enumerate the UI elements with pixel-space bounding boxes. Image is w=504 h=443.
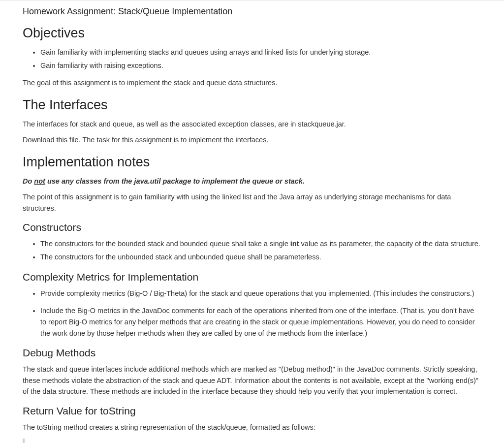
heading-tostring: Return Value for toString: [23, 405, 481, 417]
complexity-list: Provide complexity metrics (Big-O / Big-…: [23, 288, 481, 340]
tostring-para: The toString method creates a string rep…: [23, 422, 481, 433]
document-body: Homework Assignment: Stack/Queue Impleme…: [0, 0, 504, 443]
list-item: Gain familiarity with implementing stack…: [40, 47, 481, 58]
heading-interfaces: The Interfaces: [23, 97, 481, 113]
impl-para: The point of this assignment is to gain …: [23, 191, 481, 214]
heading-implementation-notes: Implementation notes: [23, 155, 481, 170]
heading-debug-methods: Debug Methods: [23, 347, 481, 359]
tostring-block-line-1: opening square bracket, space, size, spa…: [32, 441, 474, 443]
list-item: Include the Big-O metrics in the JavaDoc…: [40, 305, 481, 340]
list-item: The constructors for the bounded stack a…: [40, 238, 481, 250]
interfaces-para-1: The interfaces for stack and queue, as w…: [23, 119, 481, 129]
objectives-para: The goal of this assignment is to implem…: [23, 77, 481, 88]
ctor-b1-pre: The constructors for the bounded stack a…: [40, 240, 290, 248]
interfaces-para-2: Download this file. The task for this as…: [23, 134, 481, 145]
impl-warn-post: use any classes from the java.util packa…: [45, 177, 305, 185]
list-item: The constructors for the unbounded stack…: [40, 252, 481, 263]
tostring-format-block: opening square bracket, space, size, spa…: [23, 439, 481, 443]
impl-warn-pre: Do: [23, 177, 34, 185]
heading-complexity: Complexity Metrics for Implementation: [23, 271, 481, 283]
ctor-b1-post: value as its parameter, the capacity of …: [299, 240, 480, 248]
list-item: Provide complexity metrics (Big-O / Big-…: [40, 288, 481, 299]
heading-constructors: Constructors: [23, 222, 481, 233]
impl-warn-not: not: [34, 177, 45, 185]
page-title: Homework Assignment: Stack/Queue Impleme…: [23, 6, 481, 17]
heading-objectives: Objectives: [23, 26, 481, 41]
debug-para: The stack and queue interfaces include a…: [23, 364, 481, 397]
constructors-list: The constructors for the bounded stack a…: [23, 238, 481, 263]
list-item: Gain familiarity with raising exceptions…: [40, 60, 481, 71]
objectives-list: Gain familiarity with implementing stack…: [23, 47, 481, 71]
ctor-b1-bold: int: [290, 240, 299, 248]
impl-warning: Do not use any classes from the java.uti…: [23, 176, 481, 187]
